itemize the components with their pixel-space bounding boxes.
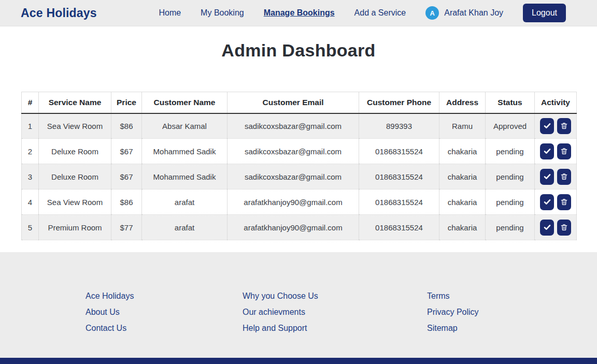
footer-link-terms[interactable]: Terms bbox=[427, 292, 450, 301]
delete-button[interactable] bbox=[557, 169, 571, 185]
cell-customer-phone: 01868315524 bbox=[359, 215, 439, 240]
cell-address: chakaria bbox=[439, 139, 486, 164]
user-chip[interactable]: A Arafat Khan Joy bbox=[425, 6, 503, 20]
trash-icon bbox=[560, 122, 568, 130]
cell-activity bbox=[535, 190, 577, 215]
footer-column-legal: Terms Privacy Policy Sitemap bbox=[427, 292, 479, 358]
bookings-table: # Service Name Price Customer Name Custo… bbox=[21, 92, 577, 240]
trash-icon bbox=[560, 223, 568, 231]
footer-link-achievements[interactable]: Our achievments bbox=[243, 308, 305, 317]
table-row: 2 Deluxe Room $67 Mohammed Sadik sadikco… bbox=[22, 139, 577, 164]
cell-address: chakaria bbox=[439, 190, 486, 215]
footer-link-about-us[interactable]: About Us bbox=[86, 308, 120, 317]
cell-index: 4 bbox=[22, 190, 39, 215]
cell-service-name: Deluxe Room bbox=[39, 164, 111, 190]
table-row: 1 Sea View Room $86 Absar Kamal sadikcox… bbox=[22, 113, 577, 139]
nav-home[interactable]: Home bbox=[159, 8, 181, 18]
cell-customer-email: sadikcoxsbazar@gmail.com bbox=[228, 139, 359, 164]
approve-button[interactable] bbox=[540, 169, 554, 185]
cell-status: pending bbox=[486, 164, 535, 190]
approve-button[interactable] bbox=[540, 143, 554, 159]
brand-logo[interactable]: Ace Holidays bbox=[21, 6, 97, 20]
cell-index: 5 bbox=[22, 215, 39, 240]
nav-manage-bookings[interactable]: Manage Bookings bbox=[264, 8, 335, 18]
cell-status: Approved bbox=[486, 113, 535, 139]
table-row: 4 Sea View Room $86 arafat arafatkhanjoy… bbox=[22, 190, 577, 215]
cell-price: $67 bbox=[111, 139, 142, 164]
cell-index: 1 bbox=[22, 113, 39, 139]
footer-link-privacy-policy[interactable]: Privacy Policy bbox=[427, 308, 479, 317]
footer-link-ace-holidays[interactable]: Ace Holidays bbox=[86, 292, 134, 301]
table-row: 3 Deluxe Room $67 Mohammed Sadik sadikco… bbox=[22, 164, 577, 190]
footer-link-why-choose-us[interactable]: Why you Choose Us bbox=[243, 292, 318, 301]
col-header-address: Address bbox=[439, 92, 486, 113]
cell-activity bbox=[535, 113, 577, 139]
user-name: Arafat Khan Joy bbox=[444, 8, 503, 18]
cell-status: pending bbox=[486, 139, 535, 164]
page-title: Admin Dashboard bbox=[0, 40, 597, 61]
bookings-table-wrap: # Service Name Price Customer Name Custo… bbox=[21, 92, 576, 240]
avatar: A bbox=[425, 6, 439, 20]
cell-customer-name: Mohammed Sadik bbox=[142, 139, 228, 164]
col-header-customer-phone: Customer Phone bbox=[359, 92, 439, 113]
cell-customer-phone: 899393 bbox=[359, 113, 439, 139]
check-icon bbox=[543, 223, 551, 231]
navbar: Ace Holidays Home My Booking Manage Book… bbox=[0, 0, 597, 26]
delete-button[interactable] bbox=[557, 118, 571, 134]
footer-link-sitemap[interactable]: Sitemap bbox=[427, 324, 458, 333]
cell-service-name: Sea View Room bbox=[39, 113, 111, 139]
logout-button[interactable]: Logout bbox=[523, 4, 566, 22]
cell-activity bbox=[535, 139, 577, 164]
footer: Ace Holidays About Us Contact Us Why you… bbox=[0, 252, 597, 358]
nav-add-a-service[interactable]: Add a Service bbox=[354, 8, 406, 18]
trash-icon bbox=[560, 198, 568, 206]
cell-price: $77 bbox=[111, 215, 142, 240]
footer-column-company: Why you Choose Us Our achievments Help a… bbox=[243, 292, 427, 358]
cell-index: 3 bbox=[22, 164, 39, 190]
trash-icon bbox=[560, 147, 568, 155]
delete-button[interactable] bbox=[557, 220, 571, 236]
col-header-activity: Activity bbox=[535, 92, 577, 113]
cell-address: chakaria bbox=[439, 164, 486, 190]
bottom-accent-bar bbox=[0, 358, 597, 364]
cell-address: chakaria bbox=[439, 215, 486, 240]
table-header-row: # Service Name Price Customer Name Custo… bbox=[22, 92, 577, 113]
bookings-table-body: 1 Sea View Room $86 Absar Kamal sadikcox… bbox=[22, 113, 577, 240]
cell-status: pending bbox=[486, 190, 535, 215]
cell-customer-name: Mohammed Sadik bbox=[142, 164, 228, 190]
cell-price: $67 bbox=[111, 164, 142, 190]
cell-service-name: Deluxe Room bbox=[39, 139, 111, 164]
cell-service-name: Sea View Room bbox=[39, 190, 111, 215]
col-header-customer-email: Customer Email bbox=[228, 92, 359, 113]
approve-button[interactable] bbox=[540, 194, 554, 210]
col-header-status: Status bbox=[486, 92, 535, 113]
check-icon bbox=[543, 198, 551, 206]
cell-customer-phone: 01868315524 bbox=[359, 164, 439, 190]
cell-index: 2 bbox=[22, 139, 39, 164]
table-row: 5 Premium Room $77 arafat arafatkhanjoy9… bbox=[22, 215, 577, 240]
cell-price: $86 bbox=[111, 190, 142, 215]
trash-icon bbox=[560, 172, 568, 181]
cell-customer-phone: 01868315524 bbox=[359, 190, 439, 215]
delete-button[interactable] bbox=[557, 194, 571, 210]
cell-customer-name: arafat bbox=[142, 190, 228, 215]
footer-link-help-support[interactable]: Help and Support bbox=[243, 324, 307, 333]
check-icon bbox=[543, 147, 551, 155]
check-icon bbox=[543, 172, 551, 181]
col-header-customer-name: Customer Name bbox=[142, 92, 228, 113]
main-content: Admin Dashboard # Service Name Price Cus… bbox=[0, 26, 597, 252]
cell-status: pending bbox=[486, 215, 535, 240]
cell-price: $86 bbox=[111, 113, 142, 139]
cell-customer-email: arafatkhanjoy90@gmail.com bbox=[228, 190, 359, 215]
main-nav: Home My Booking Manage Bookings Add a Se… bbox=[159, 4, 566, 22]
footer-link-contact-us[interactable]: Contact Us bbox=[86, 324, 126, 333]
cell-customer-phone: 01868315524 bbox=[359, 139, 439, 164]
cell-activity bbox=[535, 215, 577, 240]
footer-column-brand: Ace Holidays About Us Contact Us bbox=[86, 292, 243, 358]
cell-customer-email: sadikcoxsbazar@gmail.com bbox=[228, 113, 359, 139]
delete-button[interactable] bbox=[557, 143, 571, 159]
approve-button[interactable] bbox=[540, 220, 554, 236]
approve-button[interactable] bbox=[540, 118, 554, 134]
col-header-index: # bbox=[22, 92, 39, 113]
nav-my-booking[interactable]: My Booking bbox=[201, 8, 244, 18]
